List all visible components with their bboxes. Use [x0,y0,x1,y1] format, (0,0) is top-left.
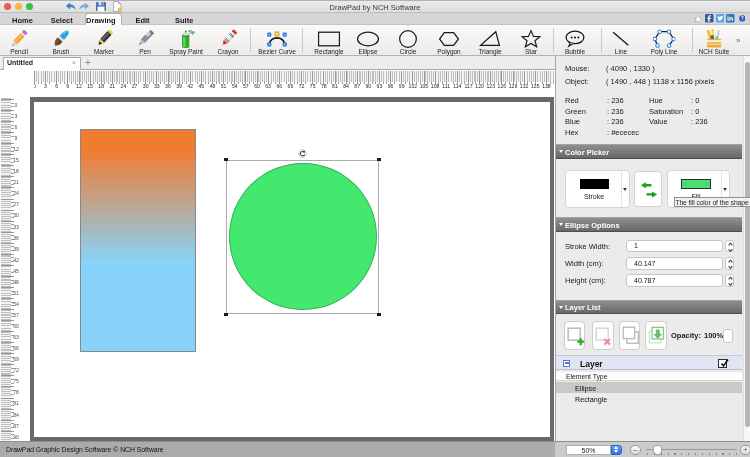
svg-text:138: 138 [542,83,551,89]
svg-text:6: 6 [14,124,17,130]
svg-text:0: 0 [14,102,17,108]
svg-text:87: 87 [354,83,360,89]
svg-text:66: 66 [276,83,282,89]
svg-text:36: 36 [13,234,19,240]
svg-text:81: 81 [13,400,19,406]
svg-text:57: 57 [13,312,19,318]
svg-text:87: 87 [13,422,19,428]
svg-text:120: 120 [475,83,484,89]
svg-text:126: 126 [498,83,507,89]
svg-text:30: 30 [13,212,19,218]
svg-text:51: 51 [13,290,19,296]
svg-text:111: 111 [442,83,450,89]
svg-text:6: 6 [55,83,58,89]
svg-text:72: 72 [13,367,19,373]
svg-text:21: 21 [13,179,19,185]
svg-text:27: 27 [132,83,138,89]
svg-text:90: 90 [13,433,19,439]
svg-text:108: 108 [431,83,440,89]
svg-text:48: 48 [13,278,19,284]
svg-text:24: 24 [121,83,127,89]
svg-text:51: 51 [221,83,227,89]
svg-text:102: 102 [409,83,418,89]
svg-text:69: 69 [288,83,294,89]
svg-text:96: 96 [388,83,394,89]
svg-text:72: 72 [299,83,305,89]
svg-text:60: 60 [254,83,260,89]
svg-text:123: 123 [486,83,495,89]
svg-text:81: 81 [332,83,338,89]
svg-text:93: 93 [377,83,383,89]
svg-text:33: 33 [154,83,160,89]
svg-text:42: 42 [13,256,19,262]
svg-text:3: 3 [14,113,17,119]
svg-text:45: 45 [199,83,205,89]
svg-text:99: 99 [399,83,405,89]
svg-text:54: 54 [13,301,19,307]
svg-text:63: 63 [13,334,19,340]
svg-text:9: 9 [14,135,17,141]
svg-text:33: 33 [13,223,19,229]
svg-text:90: 90 [365,83,371,89]
svg-text:45: 45 [13,267,19,273]
svg-text:21: 21 [109,83,115,89]
svg-text:36: 36 [165,83,171,89]
svg-text:132: 132 [520,83,529,89]
svg-text:0: 0 [34,83,36,89]
svg-text:66: 66 [13,345,19,351]
svg-text:12: 12 [13,146,19,152]
svg-text:3: 3 [44,83,47,89]
svg-text:105: 105 [420,83,429,89]
svg-text:78: 78 [13,389,19,395]
svg-text:24: 24 [13,190,19,196]
svg-text:39: 39 [13,245,19,251]
svg-text:12: 12 [76,83,82,89]
svg-text:?: ? [741,16,744,21]
svg-text:63: 63 [265,83,271,89]
svg-text:15: 15 [87,83,93,89]
svg-text:48: 48 [210,83,216,89]
svg-text:54: 54 [232,83,238,89]
svg-text:57: 57 [243,83,249,89]
svg-text:30: 30 [143,83,149,89]
svg-text:114: 114 [453,83,461,89]
svg-text:84: 84 [343,83,349,89]
svg-text:69: 69 [13,356,19,362]
svg-text:75: 75 [13,378,19,384]
svg-text:60: 60 [13,323,19,329]
svg-text:9: 9 [66,83,69,89]
svg-text:27: 27 [13,201,19,207]
svg-text:84: 84 [13,411,19,417]
svg-text:129: 129 [509,83,518,89]
svg-text:135: 135 [531,83,540,89]
svg-text:39: 39 [176,83,182,89]
svg-text:15: 15 [13,157,19,163]
svg-text:18: 18 [13,168,19,174]
svg-text:117: 117 [464,83,472,89]
svg-text:18: 18 [98,83,104,89]
svg-text:78: 78 [321,83,327,89]
svg-text:75: 75 [310,83,316,89]
svg-text:42: 42 [187,83,193,89]
